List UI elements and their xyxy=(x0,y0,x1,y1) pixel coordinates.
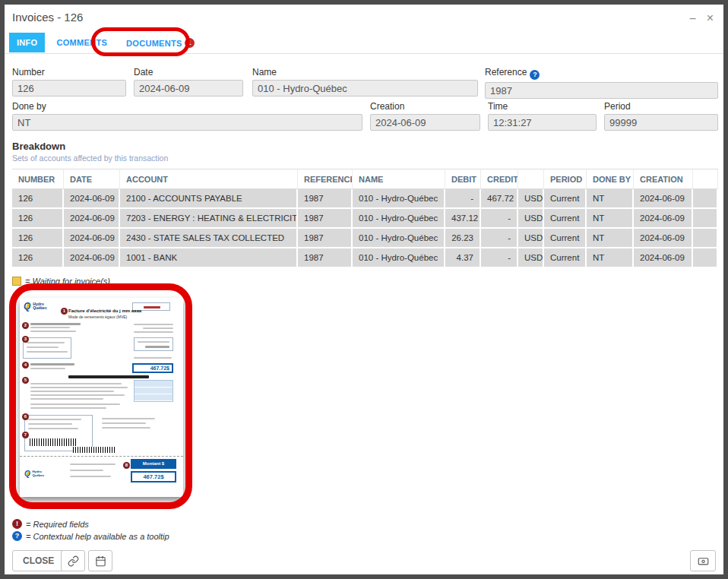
marker-2: 2 xyxy=(22,322,29,329)
dialog-title: Invoices - 126 xyxy=(12,11,83,24)
invoice-subtitle: Mode de versements égaux (MVE) xyxy=(68,315,181,319)
hydro-quebec-logo: Q Hydro Québec xyxy=(24,470,44,477)
table-row[interactable]: 1262024-06-09 1001 - BANK1987 010 - Hydr… xyxy=(12,248,718,268)
col-extra xyxy=(693,169,718,189)
barcode xyxy=(73,447,115,453)
table-header-row: NUMBER DATE ACCOUNT REFERENCE NAME DEBIT… xyxy=(12,169,718,189)
col-done-by[interactable]: DONE BY xyxy=(587,169,634,189)
marker-1: 1 xyxy=(61,308,68,315)
col-period[interactable]: PERIOD xyxy=(544,169,587,189)
marker-5: 5 xyxy=(22,377,29,384)
col-name[interactable]: NAME xyxy=(353,169,445,189)
date-input[interactable] xyxy=(134,80,243,96)
period-input[interactable] xyxy=(604,114,718,131)
tab-divider xyxy=(5,53,723,54)
col-creation[interactable]: CREATION xyxy=(634,169,693,189)
col-account[interactable]: ACCOUNT xyxy=(120,169,298,189)
creation-input[interactable] xyxy=(370,114,480,131)
name-input[interactable] xyxy=(252,80,478,96)
time-input[interactable] xyxy=(488,114,597,131)
calendar-icon xyxy=(95,555,106,567)
invoice-thumbnail[interactable]: Q Hydro Québec Facture d'électricité du … xyxy=(20,298,183,497)
documents-count-badge: 1 xyxy=(185,38,195,48)
waiting-legend: = Waiting for invoice(s) xyxy=(12,277,110,286)
tab-comments[interactable]: COMMENTS xyxy=(49,33,115,52)
payment-button[interactable] xyxy=(690,550,716,571)
creation-label: Creation xyxy=(370,101,480,112)
number-label: Number xyxy=(12,67,126,78)
col-credit[interactable]: CREDIT xyxy=(481,169,518,189)
required-fields-legend: ! = Required fields xyxy=(12,519,89,529)
breakdown-subtitle: Sets of accounts affected by this transa… xyxy=(12,153,168,163)
amount-label-box: Montant $ xyxy=(131,459,176,469)
table-row[interactable]: 1262024-06-09 7203 - ENERGY : HEATING & … xyxy=(12,209,718,229)
calendar-button[interactable] xyxy=(88,550,112,571)
col-number[interactable]: NUMBER xyxy=(12,169,64,189)
marker-7: 7 xyxy=(22,432,29,438)
col-reference[interactable]: REFERENCE xyxy=(298,169,353,189)
tab-documents[interactable]: DOCUMENTS1 xyxy=(119,33,202,53)
marker-4: 4 xyxy=(22,362,29,369)
banknote-icon xyxy=(697,555,710,567)
time-label: Time xyxy=(488,101,597,112)
date-label: Date xyxy=(134,67,243,78)
done-by-label: Done by xyxy=(12,101,362,112)
contextual-help-legend: ? = Contextual help available as a toolt… xyxy=(12,531,169,541)
invoice-amount-box: 467.72$ xyxy=(132,363,173,373)
help-icon[interactable]: ? xyxy=(530,70,540,80)
reference-label: Reference? xyxy=(485,67,718,80)
link-button[interactable] xyxy=(61,550,85,571)
hydro-quebec-logo: Q Hydro Québec xyxy=(24,302,47,311)
barcode xyxy=(30,438,77,446)
table-row[interactable]: 1262024-06-09 2100 - ACCOUNTS PAYABLE198… xyxy=(12,189,718,209)
tab-bar: INFO COMMENTS DOCUMENTS1 xyxy=(9,33,202,53)
waiting-color-swatch xyxy=(12,277,21,286)
payment-stub xyxy=(24,415,93,451)
name-label: Name xyxy=(252,67,478,78)
marker-6: 6 xyxy=(22,413,29,420)
done-by-input[interactable] xyxy=(12,114,362,131)
link-icon xyxy=(68,555,79,567)
marker-8: 8 xyxy=(123,462,130,469)
required-icon: ! xyxy=(12,519,22,529)
col-date[interactable]: DATE xyxy=(64,169,120,189)
table-row[interactable]: 1262024-06-09 2430 - STATE SALES TAX COL… xyxy=(12,229,718,248)
amount-total-box: 467.72$ xyxy=(131,471,176,482)
invoice-dialog: Invoices - 126 − × INFO COMMENTS DOCUMEN… xyxy=(0,0,728,579)
help-icon: ? xyxy=(12,531,22,541)
close-button[interactable]: CLOSE xyxy=(12,550,65,571)
minimize-button[interactable]: − xyxy=(689,13,696,25)
reference-input[interactable] xyxy=(485,82,718,99)
breakdown-title: Breakdown xyxy=(12,141,65,152)
col-debit[interactable]: DEBIT xyxy=(445,169,481,189)
col-currency[interactable] xyxy=(518,169,544,189)
tab-info[interactable]: INFO xyxy=(9,33,45,52)
marker-3: 3 xyxy=(22,336,29,343)
period-label: Period xyxy=(604,101,718,112)
number-input[interactable] xyxy=(12,80,126,96)
breakdown-table: NUMBER DATE ACCOUNT REFERENCE NAME DEBIT… xyxy=(12,169,718,268)
rate-table xyxy=(134,380,173,402)
invoice-title: Facture d'électricité du j mm aaaa xyxy=(68,308,181,313)
close-icon[interactable]: × xyxy=(707,12,714,24)
